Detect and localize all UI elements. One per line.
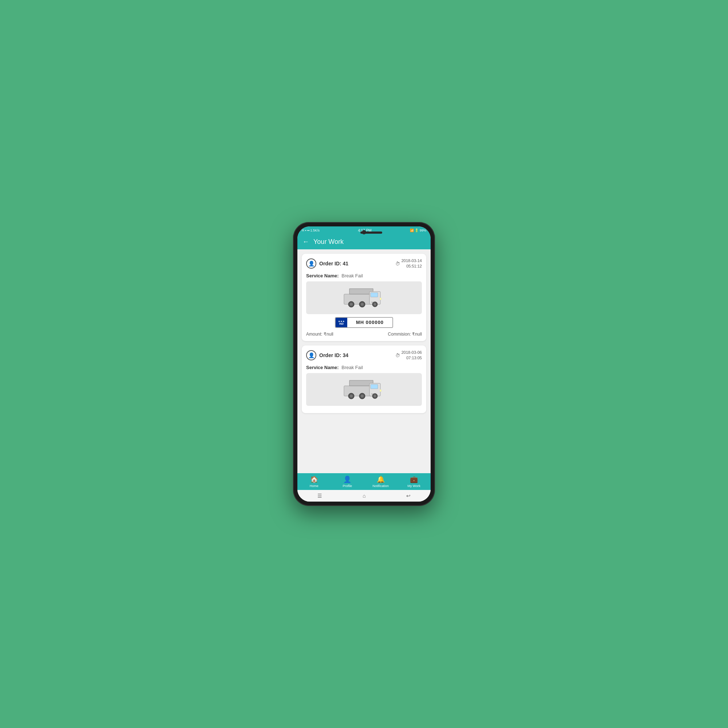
- svg-rect-10: [380, 298, 381, 300]
- plate-ind-flag-1: ★★★ IND: [336, 318, 347, 327]
- order-datetime-2: 2018-03-06 07:13:05: [401, 350, 422, 361]
- svg-point-19: [361, 395, 364, 398]
- phone-screen: H ▪ ▪▪ 1.5K/s 4:17 PM 📶 🔋 99% ← Your Wor…: [297, 226, 431, 502]
- clock-icon-1: ⏱: [395, 261, 400, 266]
- nav-notification[interactable]: 🔔 Notification: [364, 476, 398, 488]
- commission-section-1: Commision: ₹null: [388, 332, 422, 337]
- notification-icon: 🔔: [377, 476, 385, 483]
- svg-rect-22: [380, 390, 381, 392]
- service-name-row-1: Service Name: Break Fail: [306, 273, 422, 278]
- amount-label-1: Amount:: [306, 332, 323, 337]
- truck-image-1: TATA: [306, 281, 422, 314]
- nav-profile-label: Profile: [343, 484, 352, 488]
- nav-home[interactable]: 🏠 Home: [297, 476, 331, 488]
- order-datetime-1: 2018-03-14 05:51:12: [401, 258, 422, 269]
- svg-rect-12: [344, 386, 373, 396]
- android-menu-btn[interactable]: ☰: [317, 493, 322, 499]
- svg-rect-3: [370, 293, 378, 297]
- truck-svg-1: TATA: [342, 285, 386, 310]
- svg-point-5: [350, 303, 353, 306]
- home-icon: 🏠: [310, 476, 318, 483]
- commission-label-1: Commision:: [388, 332, 411, 337]
- status-signal: H ▪ ▪▪ 1.5K/s: [302, 229, 320, 232]
- order-header-1: 👤 Order ID: 41 ⏱ 2018-03-14 05:51:12: [306, 258, 422, 269]
- top-bar: ← Your Work: [297, 234, 431, 249]
- speaker: [360, 231, 382, 234]
- svg-text:TATA: TATA: [371, 301, 376, 304]
- nav-home-label: Home: [310, 484, 318, 488]
- amount-value-1: ₹null: [324, 332, 333, 337]
- nav-mywork-label: My Work: [408, 484, 421, 488]
- plate-container-1: ★★★ IND MH 000000: [335, 317, 393, 328]
- clock-icon-2: ⏱: [395, 353, 400, 358]
- nav-notification-label: Notification: [372, 484, 389, 488]
- order-header-2: 👤 Order ID: 34 ⏱ 2018-03-06 07:13:05: [306, 350, 422, 361]
- page-title: Your Work: [314, 238, 344, 246]
- back-button[interactable]: ←: [303, 238, 309, 246]
- svg-point-7: [361, 303, 364, 306]
- truck-image-2: TATA: [306, 373, 422, 406]
- order-card-2: 👤 Order ID: 34 ⏱ 2018-03-06 07:13:05 Ser…: [302, 346, 426, 413]
- service-label-1: Service Name:: [306, 273, 339, 278]
- profile-icon: 👤: [343, 476, 351, 483]
- status-right: 📶 🔋 99%: [410, 229, 426, 232]
- bottom-nav: 🏠 Home 👤 Profile 🔔 Notification 💼 My Wor…: [297, 473, 431, 490]
- truck-svg-2: TATA: [342, 377, 386, 402]
- svg-rect-0: [344, 294, 373, 304]
- svg-text:TATA: TATA: [371, 393, 376, 395]
- status-left: H ▪ ▪▪ 1.5K/s: [302, 229, 320, 232]
- order-time-group-1: ⏱ 2018-03-14 05:51:12: [395, 258, 422, 269]
- license-plate-1: ★★★ IND MH 000000: [306, 317, 422, 328]
- amount-row-1: Amount: ₹null Commision: ₹null: [306, 332, 422, 337]
- order-id-1: Order ID: 41: [319, 261, 392, 266]
- order-person-icon-1: 👤: [306, 258, 316, 269]
- android-home-btn[interactable]: ⌂: [362, 493, 366, 499]
- plate-number-1: MH 000000: [347, 320, 392, 325]
- phone-device: H ▪ ▪▪ 1.5K/s 4:17 PM 📶 🔋 99% ← Your Wor…: [293, 222, 435, 506]
- content-area: 👤 Order ID: 41 ⏱ 2018-03-14 05:51:12 Ser…: [297, 249, 431, 473]
- service-name-row-2: Service Name: Break Fail: [306, 365, 422, 370]
- commission-value-1: ₹null: [412, 332, 422, 337]
- order-id-2: Order ID: 34: [319, 352, 392, 358]
- svg-point-17: [350, 395, 353, 398]
- android-nav: ☰ ⌂ ↩: [297, 490, 431, 502]
- mywork-icon: 💼: [410, 476, 418, 483]
- svg-rect-15: [370, 384, 378, 389]
- service-label-2: Service Name:: [306, 365, 339, 370]
- order-time-group-2: ⏱ 2018-03-06 07:13:05: [395, 350, 422, 361]
- nav-mywork[interactable]: 💼 My Work: [398, 476, 431, 488]
- service-value-2: Break Fail: [341, 365, 363, 370]
- android-back-btn[interactable]: ↩: [406, 493, 411, 499]
- amount-section-1: Amount: ₹null: [306, 332, 333, 337]
- order-card-1: 👤 Order ID: 41 ⏱ 2018-03-14 05:51:12 Ser…: [302, 254, 426, 341]
- service-value-1: Break Fail: [341, 273, 363, 278]
- battery-icon: 📶 🔋 99%: [410, 229, 426, 232]
- order-person-icon-2: 👤: [306, 350, 316, 360]
- nav-profile[interactable]: 👤 Profile: [331, 476, 364, 488]
